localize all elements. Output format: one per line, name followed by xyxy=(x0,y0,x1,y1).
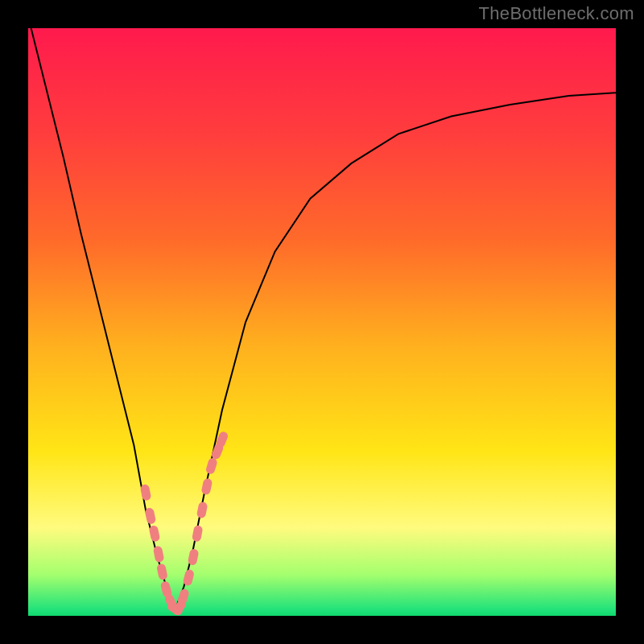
marker-point xyxy=(140,484,152,502)
bottleneck-curve xyxy=(31,28,616,610)
marker-point xyxy=(192,525,203,543)
marker-point xyxy=(148,525,160,543)
marker-point xyxy=(205,457,218,475)
chart-svg xyxy=(28,28,616,616)
marker-point xyxy=(188,548,200,566)
watermark-text: TheBottleneck.com xyxy=(479,3,634,24)
marker-point xyxy=(196,502,208,519)
marker-point xyxy=(144,507,156,525)
marker-point xyxy=(156,563,168,580)
chart-frame: TheBottleneck.com xyxy=(0,0,644,644)
marker-group xyxy=(140,431,229,617)
plot-area xyxy=(28,28,616,616)
marker-point xyxy=(200,477,213,495)
marker-point xyxy=(183,568,196,586)
marker-point xyxy=(153,546,165,564)
